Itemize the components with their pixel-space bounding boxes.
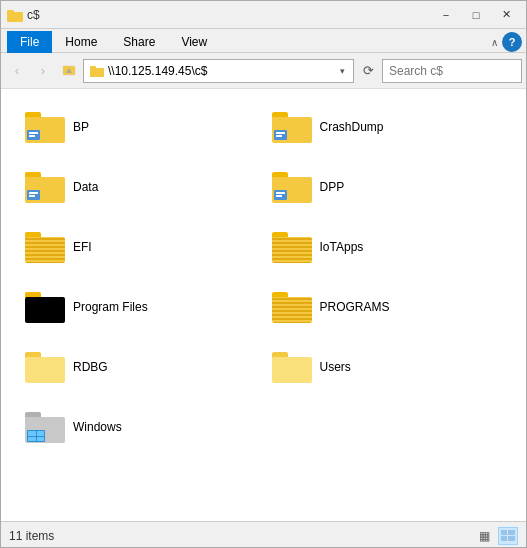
folder-name: RDBG <box>73 360 108 374</box>
back-button[interactable]: ‹ <box>5 59 29 83</box>
title-text: c$ <box>27 8 40 22</box>
list-item[interactable]: CrashDump <box>264 97 511 157</box>
folder-icon <box>272 108 312 147</box>
address-text: \\10.125.149.45\c$ <box>108 64 338 78</box>
svg-rect-26 <box>29 192 38 194</box>
svg-rect-54 <box>25 357 65 383</box>
folder-icon <box>25 108 65 147</box>
svg-rect-58 <box>272 357 312 383</box>
list-item[interactable]: DPP <box>264 157 511 217</box>
svg-rect-68 <box>501 530 507 535</box>
svg-rect-38 <box>25 237 65 263</box>
address-folder-icon <box>90 65 104 77</box>
svg-rect-67 <box>37 437 44 441</box>
folder-icon <box>272 228 312 267</box>
address-bar[interactable]: \\10.125.149.45\c$ ▾ <box>83 59 354 83</box>
title-bar: c$ − □ ✕ <box>1 1 526 29</box>
list-item[interactable]: PROGRAMS <box>264 277 511 337</box>
ribbon-right: ∧ ? <box>487 32 526 52</box>
list-item[interactable]: RDBG <box>17 337 264 397</box>
list-item[interactable]: Data <box>17 157 264 217</box>
svg-rect-42 <box>272 237 312 263</box>
title-bar-left: c$ <box>7 8 40 22</box>
forward-button[interactable]: › <box>31 59 55 83</box>
folder-name: CrashDump <box>320 120 384 134</box>
folder-icon <box>25 288 65 327</box>
tiles-view-button[interactable]: ▦ <box>474 527 494 545</box>
content-area: BP CrashDump <box>1 89 526 521</box>
svg-rect-12 <box>29 132 38 134</box>
svg-rect-65 <box>37 431 44 436</box>
folder-name: Users <box>320 360 351 374</box>
svg-rect-46 <box>25 297 65 323</box>
list-item[interactable]: EFI <box>17 217 264 277</box>
list-item[interactable]: Windows <box>17 397 264 457</box>
list-view-button[interactable] <box>498 527 518 545</box>
svg-rect-19 <box>276 132 285 134</box>
tab-view[interactable]: View <box>168 31 220 53</box>
svg-rect-70 <box>501 536 507 541</box>
folder-icon <box>25 228 65 267</box>
folder-name: IoTApps <box>320 240 364 254</box>
folder-name: PROGRAMS <box>320 300 390 314</box>
address-dropdown-icon[interactable]: ▾ <box>338 66 347 76</box>
refresh-button[interactable]: ⟳ <box>356 59 380 83</box>
list-item[interactable]: BP <box>17 97 264 157</box>
item-count: 11 items <box>9 529 54 543</box>
svg-rect-34 <box>276 195 282 197</box>
svg-rect-64 <box>28 431 36 436</box>
svg-rect-13 <box>29 135 35 137</box>
folder-icon <box>272 168 312 207</box>
up-icon <box>62 64 76 78</box>
svg-rect-3 <box>63 66 68 70</box>
view-controls: ▦ <box>474 527 518 545</box>
folder-icon <box>25 348 65 387</box>
tab-share[interactable]: Share <box>110 31 168 53</box>
title-folder-icon <box>7 8 23 22</box>
search-box[interactable]: 🔍 <box>382 59 522 83</box>
folder-icon <box>272 348 312 387</box>
folder-name: EFI <box>73 240 92 254</box>
ribbon-tab-bar: File Home Share View ∧ ? <box>1 29 526 53</box>
svg-rect-6 <box>90 66 96 70</box>
folder-name: Program Files <box>73 300 148 314</box>
tab-file[interactable]: File <box>7 31 52 53</box>
svg-rect-20 <box>276 135 282 137</box>
ribbon-expand-button[interactable]: ∧ <box>487 35 502 50</box>
svg-rect-71 <box>508 536 515 541</box>
folder-icon <box>25 408 65 447</box>
svg-rect-66 <box>28 437 36 441</box>
list-item[interactable]: Users <box>264 337 511 397</box>
folder-name: BP <box>73 120 89 134</box>
folder-name: DPP <box>320 180 345 194</box>
list-view-icon <box>501 530 515 542</box>
folder-icon <box>272 288 312 327</box>
svg-rect-27 <box>29 195 35 197</box>
list-item[interactable]: Program Files <box>17 277 264 337</box>
list-item[interactable]: IoTApps <box>264 217 511 277</box>
maximize-button[interactable]: □ <box>462 5 490 25</box>
help-button[interactable]: ? <box>502 32 522 52</box>
folder-name: Data <box>73 180 98 194</box>
svg-rect-50 <box>272 297 312 323</box>
title-controls: − □ ✕ <box>432 5 520 25</box>
file-area: BP CrashDump <box>1 89 526 521</box>
search-input[interactable] <box>389 64 527 78</box>
tab-home[interactable]: Home <box>52 31 110 53</box>
svg-rect-33 <box>276 192 285 194</box>
close-button[interactable]: ✕ <box>492 5 520 25</box>
svg-rect-1 <box>7 10 14 14</box>
folder-name: Windows <box>73 420 122 434</box>
status-bar: 11 items ▦ <box>1 521 526 548</box>
up-button[interactable] <box>57 59 81 83</box>
toolbar: ‹ › \\10.125.149.45\c$ ▾ ⟳ 🔍 <box>1 53 526 89</box>
svg-rect-69 <box>508 530 515 535</box>
folder-icon <box>25 168 65 207</box>
minimize-button[interactable]: − <box>432 5 460 25</box>
